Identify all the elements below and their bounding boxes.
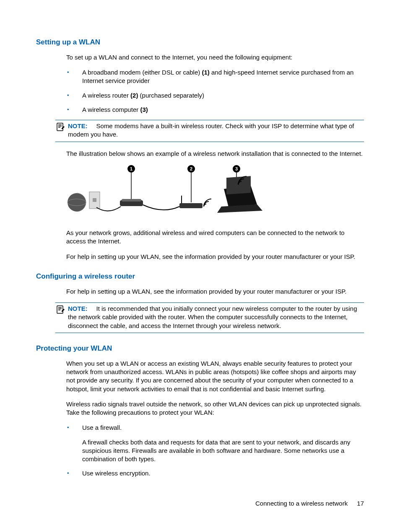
svg-rect-11: [93, 198, 96, 202]
svg-rect-14: [226, 176, 251, 194]
svg-text:1: 1: [130, 166, 132, 171]
page-footer: Connecting to a wireless network 17: [255, 499, 364, 508]
note-icon: [55, 305, 65, 315]
list-item: A wireless router (2) (purchased separat…: [66, 91, 364, 100]
heading-configuring-router: Configuring a wireless router: [36, 272, 364, 281]
li-text-bold: (3): [140, 106, 148, 113]
note-label: NOTE:: [68, 305, 88, 312]
li-text-pre: A wireless router: [82, 92, 130, 99]
svg-rect-12: [122, 199, 141, 201]
illustration-caption: The illustration below shows an example …: [66, 150, 364, 158]
list-item: A wireless computer (3): [66, 106, 364, 114]
svg-rect-0: [57, 123, 63, 131]
note-text: Some modems have a built-in wireless rou…: [68, 122, 354, 138]
note-callout: NOTE: It is recommended that you initial…: [55, 302, 364, 333]
note-text: It is recommended that you initially con…: [68, 305, 357, 329]
note-callout: NOTE: Some modems have a built-in wirele…: [55, 120, 364, 142]
svg-rect-15: [57, 306, 63, 313]
heading-protecting-wlan: Protecting your WLAN: [36, 344, 364, 354]
footer-section-title: Connecting to a wireless network: [255, 500, 348, 507]
sec1-after1: As your network grows, additional wirele…: [66, 229, 364, 246]
li-title: Use a firewall.: [82, 424, 122, 431]
li-desc: A firewall checks both data and requests…: [82, 438, 364, 464]
li-text-pre: A wireless computer: [82, 106, 140, 113]
network-illustration: 1 2 3: [66, 165, 364, 221]
list-item: Use wireless encryption.: [66, 469, 364, 478]
li-title: Use wireless encryption.: [82, 470, 151, 477]
callout-1-icon: 1: [127, 165, 135, 199]
li-text-post: (purchased separately): [138, 92, 204, 99]
heading-setting-up-wlan: Setting up a WLAN: [36, 38, 364, 47]
sec1-after2: For help in setting up your WLAN, see th…: [66, 253, 364, 261]
wifi-signal-icon: [204, 199, 211, 207]
svg-text:2: 2: [190, 166, 192, 171]
list-item: A broadband modem (either DSL or cable) …: [66, 68, 364, 85]
sec3-p2: Wireless radio signals travel outside th…: [66, 400, 364, 417]
sec1-intro: To set up a WLAN and connect to the Inte…: [66, 53, 364, 62]
li-text-bold: (1): [202, 69, 209, 76]
sec2-p1: For help in setting up a WLAN, see the i…: [66, 287, 364, 296]
li-text-pre: A broadband modem (either DSL or cable): [82, 69, 202, 76]
page-number: 17: [357, 500, 364, 507]
svg-text:3: 3: [235, 166, 238, 171]
li-text-bold: (2): [130, 92, 138, 99]
note-label: NOTE:: [68, 122, 88, 129]
router-icon: [179, 203, 203, 208]
sec3-p1: When you set up a WLAN or access an exis…: [66, 359, 364, 393]
equipment-list: A broadband modem (either DSL or cable) …: [66, 68, 364, 114]
list-item: Use a firewall. A firewall checks both d…: [66, 424, 364, 463]
note-icon: [55, 122, 65, 132]
precautions-list: Use a firewall. A firewall checks both d…: [66, 424, 364, 478]
callout-2-icon: 2: [187, 165, 195, 202]
